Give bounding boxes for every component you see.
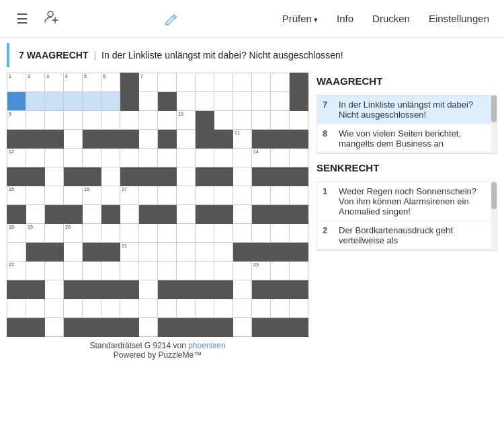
grid-cell[interactable] <box>233 280 252 299</box>
grid-cell[interactable] <box>64 149 83 167</box>
grid-cell[interactable] <box>290 111 308 130</box>
grid-cell[interactable]: 2 <box>26 73 45 92</box>
grid-cell[interactable] <box>196 224 214 243</box>
info-button[interactable]: Info <box>335 10 355 27</box>
grid-cell[interactable] <box>271 73 290 92</box>
grid-cell[interactable] <box>139 280 158 299</box>
grid-cell[interactable] <box>214 224 233 243</box>
grid-cell[interactable] <box>177 205 196 224</box>
grid-cell[interactable] <box>139 299 158 318</box>
grid-cell[interactable] <box>64 186 83 205</box>
grid-cell[interactable] <box>26 299 45 318</box>
grid-cell[interactable] <box>139 130 158 149</box>
grid-cell[interactable] <box>214 186 233 205</box>
grid-cell[interactable] <box>83 149 101 167</box>
grid-cell[interactable] <box>139 111 158 130</box>
grid-cell[interactable]: 1 <box>7 73 26 92</box>
grid-cell[interactable] <box>158 186 177 205</box>
menu-button[interactable]: ☰ <box>13 8 31 30</box>
grid-cell[interactable] <box>177 224 196 243</box>
grid-cell[interactable] <box>233 205 252 224</box>
grid-cell[interactable] <box>271 262 290 280</box>
grid-cell[interactable] <box>177 262 196 280</box>
grid-cell[interactable] <box>214 243 233 262</box>
grid-cell[interactable] <box>158 299 177 318</box>
grid-cell[interactable]: 10 <box>177 111 196 130</box>
grid-cell[interactable] <box>139 262 158 280</box>
grid-cell[interactable] <box>158 149 177 167</box>
waagrecht-clue-7[interactable]: 7 In der Linkliste un­längst mit dabei? … <box>317 95 497 124</box>
grid-cell[interactable] <box>196 149 214 167</box>
grid-cell[interactable] <box>177 243 196 262</box>
grid-cell[interactable] <box>214 149 233 167</box>
grid-cell[interactable] <box>158 111 177 130</box>
grid-cell[interactable]: 17 <box>120 186 139 205</box>
grid-cell[interactable] <box>45 318 64 337</box>
grid-cell[interactable] <box>120 205 139 224</box>
grid-cell[interactable] <box>83 92 101 111</box>
grid-cell[interactable] <box>252 186 271 205</box>
grid-cell[interactable] <box>139 224 158 243</box>
grid-cell[interactable] <box>177 186 196 205</box>
grid-cell[interactable] <box>64 111 83 130</box>
grid-cell[interactable]: 22 <box>7 262 26 280</box>
grid-cell[interactable] <box>196 186 214 205</box>
grid-cell[interactable] <box>271 111 290 130</box>
grid-cell[interactable] <box>139 92 158 111</box>
grid-cell[interactable]: 15 <box>7 186 26 205</box>
grid-cell[interactable]: 21 <box>120 243 139 262</box>
grid-cell[interactable] <box>252 92 271 111</box>
grid-cell[interactable]: 18 <box>7 224 26 243</box>
grid-cell[interactable] <box>64 130 83 149</box>
grid-cell[interactable]: 14 <box>252 149 271 167</box>
grid-cell[interactable] <box>7 243 26 262</box>
grid-cell[interactable]: 12 <box>7 149 26 167</box>
crossword-grid[interactable]: 1234567910111214151617181920212223 <box>7 73 308 337</box>
grid-cell[interactable]: 6 <box>101 73 120 92</box>
grid-cell[interactable] <box>7 299 26 318</box>
grid-cell[interactable] <box>233 149 252 167</box>
grid-cell[interactable] <box>214 262 233 280</box>
grid-cell[interactable] <box>101 299 120 318</box>
grid-cell[interactable] <box>252 111 271 130</box>
grid-cell[interactable] <box>139 318 158 337</box>
grid-cell[interactable] <box>139 149 158 167</box>
grid-cell[interactable]: 16 <box>83 186 101 205</box>
grid-cell[interactable] <box>271 224 290 243</box>
grid-cell[interactable] <box>233 111 252 130</box>
grid-cell[interactable] <box>83 262 101 280</box>
grid-cell[interactable]: 4 <box>64 73 83 92</box>
grid-cell[interactable] <box>45 280 64 299</box>
grid-cell[interactable] <box>45 224 64 243</box>
grid-cell[interactable] <box>45 149 64 167</box>
grid-cell[interactable] <box>26 262 45 280</box>
grid-cell[interactable] <box>101 224 120 243</box>
grid-cell[interactable] <box>7 92 26 111</box>
grid-cell[interactable] <box>290 224 308 243</box>
einstellungen-button[interactable]: Einstellungen <box>427 10 491 27</box>
grid-cell[interactable] <box>64 299 83 318</box>
grid-cell[interactable] <box>101 262 120 280</box>
grid-cell[interactable] <box>64 92 83 111</box>
grid-cell[interactable] <box>101 111 120 130</box>
grid-cell[interactable] <box>214 92 233 111</box>
grid-cell[interactable] <box>26 92 45 111</box>
grid-cell[interactable] <box>233 92 252 111</box>
grid-cell[interactable] <box>177 149 196 167</box>
grid-cell[interactable]: 23 <box>252 262 271 280</box>
grid-cell[interactable] <box>120 299 139 318</box>
grid-cell[interactable] <box>196 243 214 262</box>
pruefen-button[interactable]: Prüfen <box>281 10 319 27</box>
grid-cell[interactable] <box>101 92 120 111</box>
grid-cell[interactable] <box>45 262 64 280</box>
add-user-button[interactable] <box>42 7 62 30</box>
grid-cell[interactable] <box>26 111 45 130</box>
grid-cell[interactable] <box>139 186 158 205</box>
grid-cell[interactable] <box>290 299 308 318</box>
grid-cell[interactable] <box>252 224 271 243</box>
grid-cell[interactable] <box>196 262 214 280</box>
grid-cell[interactable] <box>158 262 177 280</box>
grid-cell[interactable] <box>196 73 214 92</box>
grid-cell[interactable] <box>233 73 252 92</box>
grid-cell[interactable] <box>26 186 45 205</box>
